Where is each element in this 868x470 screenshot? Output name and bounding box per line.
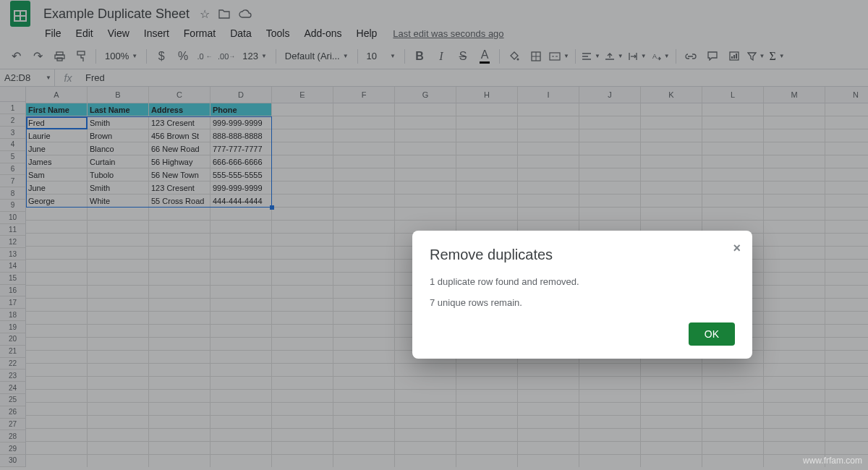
column-header[interactable]: L [702, 87, 764, 103]
cell[interactable] [272, 351, 333, 364]
cell[interactable] [518, 403, 579, 416]
cell[interactable] [702, 103, 764, 116]
horizontal-align-button[interactable]: ▼ [580, 48, 602, 65]
increase-decimal-button[interactable]: .00→ [216, 46, 237, 67]
cell[interactable] [88, 416, 149, 429]
cell[interactable] [333, 377, 395, 390]
cell[interactable]: 123 Cresent [149, 181, 210, 195]
cell[interactable] [149, 312, 210, 325]
cell[interactable] [26, 455, 88, 467]
cell[interactable]: 999-999-9999 [210, 181, 272, 195]
fill-color-button[interactable] [504, 46, 524, 67]
vertical-align-button[interactable]: ▼ [603, 48, 625, 65]
menu-view[interactable]: View [102, 25, 135, 42]
cloud-status-icon[interactable] [239, 9, 252, 18]
cell[interactable] [210, 260, 272, 273]
row-header[interactable]: 26 [0, 406, 26, 419]
column-header[interactable]: J [579, 87, 641, 103]
cell[interactable] [579, 116, 641, 129]
row-header[interactable]: 30 [0, 455, 26, 467]
document-title[interactable]: Example Duplicate Sheet [39, 5, 194, 23]
cell[interactable] [333, 208, 395, 221]
number-format-select[interactable]: 123▼ [238, 48, 271, 65]
cell[interactable] [210, 390, 272, 403]
cell[interactable]: Fred [26, 116, 88, 129]
cell[interactable] [764, 260, 825, 273]
paint-format-icon[interactable] [71, 46, 91, 67]
cell[interactable] [272, 403, 333, 416]
cell[interactable] [333, 403, 395, 416]
row-header[interactable]: 29 [0, 443, 26, 455]
cell[interactable] [333, 312, 395, 325]
cell[interactable] [26, 234, 88, 247]
name-box[interactable]: A2:D8▼ [0, 69, 55, 86]
cell[interactable] [26, 364, 88, 377]
cell[interactable] [272, 103, 333, 116]
cell[interactable] [456, 442, 518, 455]
cell[interactable] [825, 155, 868, 168]
row-header[interactable]: 15 [0, 273, 26, 285]
cell[interactable] [149, 442, 210, 455]
cell[interactable] [641, 390, 702, 403]
cell[interactable] [210, 403, 272, 416]
cell[interactable] [149, 221, 210, 234]
cell[interactable] [641, 195, 702, 208]
cell[interactable] [395, 403, 456, 416]
cell[interactable] [825, 247, 868, 260]
row-header[interactable]: 10 [0, 212, 26, 224]
cell[interactable] [149, 351, 210, 364]
cell[interactable]: 444-444-4444 [210, 195, 272, 208]
row-header[interactable]: 24 [0, 382, 26, 394]
cell[interactable] [272, 429, 333, 442]
cell[interactable]: White [88, 195, 149, 208]
cell[interactable] [764, 129, 825, 142]
cell[interactable] [518, 364, 579, 377]
cell[interactable] [333, 338, 395, 351]
cell[interactable] [825, 377, 868, 390]
cell[interactable] [456, 364, 518, 377]
strikethrough-button[interactable]: S [453, 46, 473, 67]
cell[interactable] [210, 442, 272, 455]
cell[interactable]: 777-777-7777 [210, 142, 272, 155]
cell[interactable] [764, 403, 825, 416]
cell[interactable] [764, 338, 825, 351]
borders-button[interactable] [526, 46, 546, 67]
sheets-app-icon[interactable] [6, 0, 35, 28]
cell[interactable] [456, 168, 518, 181]
cell[interactable] [272, 377, 333, 390]
undo-icon[interactable]: ↶ [6, 46, 26, 67]
cell[interactable]: Laurie [26, 129, 88, 142]
cell[interactable] [518, 142, 579, 155]
cell[interactable] [579, 142, 641, 155]
italic-button[interactable]: I [431, 46, 451, 67]
cell[interactable] [825, 116, 868, 129]
cell[interactable] [764, 168, 825, 181]
cell[interactable] [579, 390, 641, 403]
cell[interactable] [825, 234, 868, 247]
cell[interactable] [26, 429, 88, 442]
cell[interactable] [579, 416, 641, 429]
cell[interactable] [333, 247, 395, 260]
cell[interactable] [26, 299, 88, 312]
cell[interactable] [395, 208, 456, 221]
cell[interactable] [88, 455, 149, 467]
cell[interactable]: 56 New Town [149, 168, 210, 181]
cell[interactable] [395, 195, 456, 208]
cell[interactable]: George [26, 195, 88, 208]
cell[interactable] [825, 129, 868, 142]
cell[interactable]: Brown [88, 129, 149, 142]
cell[interactable] [395, 116, 456, 129]
cell[interactable]: Phone [210, 103, 272, 116]
cell[interactable] [456, 129, 518, 142]
cell[interactable] [272, 234, 333, 247]
zoom-select[interactable]: 100%▼ [101, 48, 142, 65]
cell[interactable] [825, 103, 868, 116]
cell[interactable] [702, 442, 764, 455]
font-size-select[interactable]: 10▼ [362, 48, 400, 65]
cell[interactable] [395, 129, 456, 142]
cell[interactable]: Address [149, 103, 210, 116]
cell[interactable]: 555-555-5555 [210, 168, 272, 181]
cell[interactable] [333, 103, 395, 116]
cell[interactable] [333, 234, 395, 247]
cell[interactable] [641, 103, 702, 116]
